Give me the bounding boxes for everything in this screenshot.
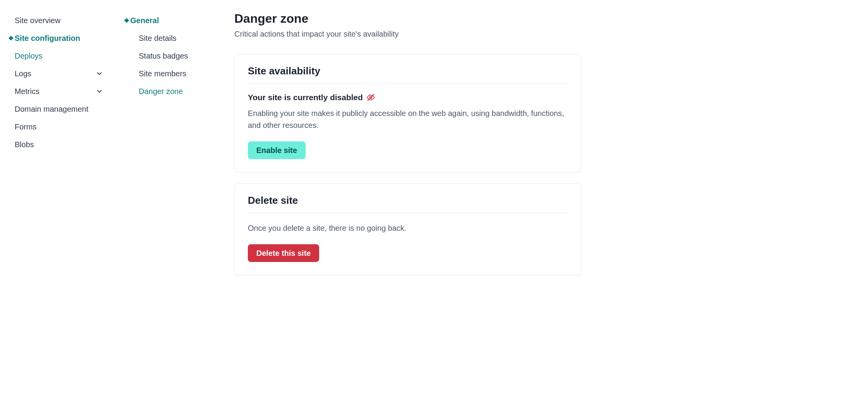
availability-description: Enabling your site makes it publicly acc… [248,107,568,131]
sidebar-item-label: Domain management [15,104,105,114]
sidebar-item-label: Logs [15,69,96,79]
sidebar-item-metrics[interactable]: Metrics [8,82,112,100]
availability-status: Your site is currently disabled [248,93,568,102]
subnav-item-label: General [130,15,216,25]
sidebar-primary: Site overview Site configuration Deploys… [0,12,112,286]
subnav-item-label: Site details [139,33,216,43]
subnav-item-label: Site members [139,69,216,79]
active-indicator-icon [124,18,129,23]
subnav-item-general[interactable]: General [123,12,223,29]
card-title: Site availability [248,65,568,84]
delete-site-button[interactable]: Delete this site [248,244,319,262]
subnav-item-label: Status badges [139,51,216,61]
sidebar-item-label: Site configuration [15,33,105,43]
sidebar-item-domain-management[interactable]: Domain management [8,100,112,118]
subnav-item-site-members[interactable]: Site members [123,65,223,82]
card-title: Delete site [248,195,568,213]
subnav-item-label: Danger zone [139,86,216,96]
sidebar-item-forms[interactable]: Forms [8,118,112,136]
sidebar-item-site-overview[interactable]: Site overview [8,12,112,29]
chevron-down-icon [96,88,103,94]
card-site-availability: Site availability Your site is currently… [234,54,581,173]
sidebar-item-site-configuration[interactable]: Site configuration [8,29,112,47]
delete-description: Once you delete a site, there is no goin… [248,222,568,234]
eye-off-icon [367,93,375,102]
sidebar-item-blobs[interactable]: Blobs [8,136,112,153]
subnav-item-site-details[interactable]: Site details [123,29,223,47]
sidebar-item-label: Blobs [15,139,105,149]
subnav-item-danger-zone[interactable]: Danger zone [123,82,223,100]
card-delete-site: Delete site Once you delete a site, ther… [234,183,581,275]
sidebar-item-deploys[interactable]: Deploys [8,47,112,65]
page-subtitle: Critical actions that impact your site's… [234,30,581,39]
subnav-item-status-badges[interactable]: Status badges [123,47,223,65]
sidebar-item-label: Forms [15,122,105,132]
sidebar-item-label: Metrics [15,86,96,96]
sidebar-item-label: Deploys [15,51,105,61]
page-title: Danger zone [234,12,581,26]
sidebar-secondary: General Site details Status badges Site … [112,12,223,286]
chevron-down-icon [96,71,103,77]
availability-status-text: Your site is currently disabled [248,93,363,102]
enable-site-button[interactable]: Enable site [248,141,306,159]
main-content: Danger zone Critical actions that impact… [223,12,593,286]
sidebar-item-logs[interactable]: Logs [8,65,112,82]
active-indicator-icon [8,36,13,41]
sidebar-item-label: Site overview [15,15,105,25]
